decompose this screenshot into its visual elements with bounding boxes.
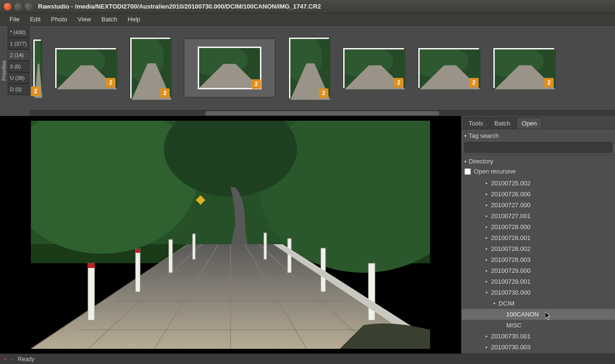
tree-item-label: MISC — [506, 322, 522, 329]
priority-button[interactable]: 3 (0) — [8, 61, 29, 72]
thumbnail[interactable]: 2 — [418, 48, 479, 88]
menu-help[interactable]: Help — [123, 14, 145, 24]
svg-rect-33 — [169, 239, 173, 273]
priority-button[interactable]: U (39) — [8, 72, 29, 84]
chevron-down-icon[interactable]: ▾ — [492, 301, 497, 306]
tree-item[interactable]: ▸20100728.001 — [461, 232, 615, 243]
tree-item[interactable]: MISC — [461, 320, 615, 331]
priorities-panel: Priorities * (430)1 (377)2 (14)3 (0)U (3… — [0, 26, 29, 116]
chevron-right-icon[interactable]: ▸ — [484, 258, 489, 262]
tree-item[interactable]: ▸20100725.002 — [461, 178, 615, 189]
tree-item[interactable]: ▸20100728.002 — [461, 243, 615, 254]
tab-open[interactable]: Open — [517, 117, 542, 129]
chevron-right-icon[interactable]: ▸ — [484, 247, 489, 251]
tab-tools[interactable]: Tools — [463, 117, 488, 129]
open-recursive-checkbox[interactable]: Open recursive — [464, 168, 612, 175]
tree-item[interactable]: 100CANON — [461, 309, 615, 320]
thumbnail-strip[interactable]: 2 2 2 2 2 2 2 2 — [29, 26, 615, 110]
title-bar: Rawstudio - /media/NEXTODI2700/Australie… — [0, 0, 615, 13]
filmstrip: Priorities * (430)1 (377)2 (14)3 (0)U (3… — [0, 26, 615, 116]
chevron-right-icon[interactable]: ▸ — [484, 279, 489, 284]
menu-photo[interactable]: Photo — [46, 14, 72, 24]
tag-search-input[interactable] — [464, 142, 612, 153]
tree-item[interactable]: ▸20100728.003 — [461, 254, 615, 265]
priority-button[interactable]: 2 (14) — [8, 49, 29, 61]
chevron-right-icon[interactable]: ▸ — [484, 203, 489, 207]
svg-rect-32 — [135, 249, 140, 292]
tree-item[interactable]: ▸20100728.000 — [461, 221, 615, 232]
tree-item[interactable]: ▸20100727.000 — [461, 200, 615, 211]
checkbox-label: Open recursive — [474, 168, 516, 175]
chevron-right-icon[interactable]: ▸ — [484, 236, 489, 240]
chevron-right-icon[interactable]: ▸ — [484, 334, 489, 338]
window-title: Rawstudio - /media/NEXTODI2700/Australie… — [38, 3, 321, 10]
scrollbar-handle[interactable] — [205, 111, 440, 115]
minimize-icon[interactable] — [14, 3, 22, 10]
tree-item[interactable]: ▸20100729.000 — [461, 265, 615, 276]
tree-item-label: 100CANON — [506, 311, 539, 318]
priority-badge: 2 — [251, 79, 261, 89]
tab-batch[interactable]: Batch — [489, 117, 515, 129]
chevron-right-icon[interactable]: ▸ — [484, 345, 489, 349]
priority-badge: 2 — [160, 88, 170, 98]
chevron-right-icon[interactable]: ▸ — [484, 214, 489, 218]
svg-rect-37 — [368, 263, 375, 320]
tree-item[interactable]: ▸20100730.003 — [461, 342, 615, 353]
thumbnail[interactable]: 2 — [33, 39, 41, 96]
tree-item-label: 20100727.000 — [491, 201, 530, 209]
tree-item-label: 20100728.003 — [491, 256, 530, 263]
side-panel: Tools Batch Open ▾ Tag search ▾ Director… — [461, 116, 615, 354]
thumbnail-selected[interactable]: 2 — [184, 39, 275, 97]
tree-item[interactable]: ▸20100730.001 — [461, 331, 615, 342]
checkbox[interactable] — [464, 168, 471, 175]
priority-button[interactable]: D (0) — [8, 84, 29, 95]
chevron-down-icon: ▾ — [464, 134, 467, 138]
menu-view[interactable]: View — [73, 14, 96, 24]
menu-file[interactable]: File — [5, 14, 24, 24]
priority-badge: 2 — [394, 78, 404, 87]
maximize-icon[interactable] — [25, 3, 32, 10]
thumbnail[interactable]: 2 — [55, 48, 116, 88]
priority-badge: 2 — [544, 78, 554, 87]
status-text: Ready — [18, 356, 35, 363]
section-label: Tag search — [469, 132, 499, 139]
tree-item-label: 20100727.001 — [491, 212, 530, 220]
chevron-right-icon[interactable]: ▸ — [484, 192, 489, 196]
status-indicator-icon: • — [4, 357, 7, 362]
svg-rect-31 — [88, 263, 95, 320]
priority-badge: 2 — [106, 78, 115, 87]
side-tabs: Tools Batch Open — [461, 116, 615, 129]
thumbnail[interactable]: 2 — [343, 48, 404, 88]
priority-button[interactable]: * (430) — [8, 27, 29, 38]
chevron-down-icon: ▾ — [464, 159, 467, 164]
menu-edit[interactable]: Edit — [25, 14, 45, 24]
tree-item[interactable]: ▾DCIM — [461, 298, 615, 309]
thumbnail[interactable]: 2 — [493, 48, 554, 88]
tree-item[interactable]: ▸20100726.000 — [461, 189, 615, 200]
priority-badge: 2 — [319, 88, 328, 98]
menu-batch[interactable]: Batch — [96, 14, 122, 24]
image-viewer[interactable] — [0, 116, 461, 354]
tree-item[interactable]: ▾20100730.000 — [461, 287, 615, 298]
section-header-tag-search[interactable]: ▾ Tag search — [464, 131, 612, 140]
priority-button[interactable]: 1 (377) — [8, 38, 29, 49]
tree-item-label: DCIM — [499, 300, 514, 307]
chevron-right-icon[interactable]: ▸ — [484, 225, 489, 229]
tree-item-label: 20100729.001 — [491, 278, 530, 285]
thumbnail-scrollbar[interactable] — [29, 110, 615, 116]
priority-badge: 2 — [31, 86, 40, 96]
tree-item[interactable]: ▸20100729.001 — [461, 276, 615, 287]
thumbnail[interactable]: 2 — [130, 38, 170, 98]
chevron-right-icon[interactable]: ▸ — [484, 181, 489, 185]
directory-tree[interactable]: ▸20100725.002▸20100726.000▸20100727.000▸… — [461, 177, 615, 354]
chevron-right-icon[interactable]: ▸ — [484, 268, 489, 273]
svg-rect-36 — [135, 249, 140, 253]
thumbnail[interactable]: 2 — [289, 38, 329, 98]
tree-item[interactable]: ▸20100727.001 — [461, 211, 615, 221]
window-buttons — [4, 3, 32, 10]
close-icon[interactable] — [4, 3, 11, 10]
chevron-down-icon[interactable]: ▾ — [484, 290, 489, 295]
section-header-directory[interactable]: ▾ Directory — [464, 157, 612, 166]
tree-item-label: 20100730.003 — [491, 344, 530, 351]
tree-item-label: 20100729.000 — [491, 267, 530, 274]
